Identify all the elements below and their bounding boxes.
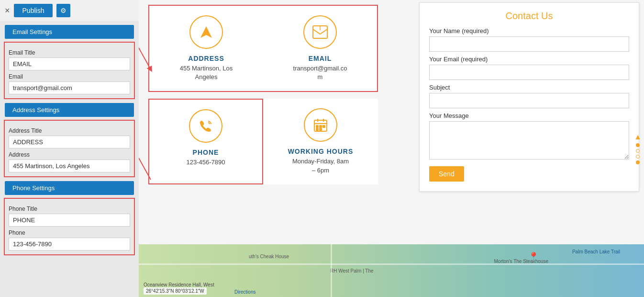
- email-field-label: Your Email (required): [429, 56, 629, 63]
- working-hours-card: WORKING HOURS Monday-Friday, 8am– 6pm: [263, 99, 378, 184]
- email-input[interactable]: [9, 81, 130, 94]
- scroll-dot-2: [636, 149, 640, 153]
- row2-cards: PHONE 123-456-7890: [148, 99, 378, 184]
- address-card-value: 455 Martinson, LosAngeles: [180, 64, 233, 81]
- scroll-up-icon[interactable]: ▲: [634, 133, 642, 141]
- contact-form-panel: Contact Us Your Name (required) Your Ema…: [419, 2, 639, 192]
- working-hours-card-value: Monday-Friday, 8am– 6pm: [292, 157, 349, 174]
- scroll-dot-3: [636, 155, 640, 159]
- subject-input[interactable]: [429, 93, 629, 108]
- email-input[interactable]: [429, 65, 629, 80]
- directions-link[interactable]: Directions: [234, 289, 255, 295]
- address-card-title: ADDRESS: [188, 55, 224, 62]
- scroll-dot-4: [636, 160, 640, 164]
- nearby1: uth's Cheak House: [249, 254, 289, 259]
- phone-settings-section: Phone Title Phone: [4, 198, 135, 255]
- email-card: EMAIL transport@gmail.com: [263, 6, 377, 91]
- scroll-indicators: ▲: [634, 133, 642, 164]
- send-button[interactable]: Send: [429, 166, 464, 182]
- address-card: ADDRESS 455 Martinson, LosAngeles: [149, 6, 263, 91]
- email-settings-button[interactable]: Email Settings: [5, 25, 134, 39]
- map-area: 26°42'15.3"N 80°03'12.1"W Oceanview Resi…: [139, 244, 644, 297]
- name-input[interactable]: [429, 36, 629, 52]
- phone-title-input[interactable]: [9, 214, 130, 227]
- address-settings-section: Address Title Address: [4, 120, 135, 177]
- cards-area: ADDRESS 455 Martinson, LosAngeles EMAIL …: [148, 5, 378, 184]
- svg-marker-0: [200, 26, 212, 38]
- map-coords: 26°42'15.3"N 80°03'12.1"W: [146, 288, 204, 294]
- publish-button[interactable]: Publish: [14, 4, 53, 17]
- scroll-dot-1: [636, 143, 640, 147]
- svg-rect-6: [316, 126, 318, 127]
- address-title-input[interactable]: [9, 136, 130, 148]
- email-icon: [303, 15, 337, 49]
- email-title-input[interactable]: [9, 57, 130, 70]
- phone-title-label: Phone Title: [9, 206, 130, 212]
- main-content: ADDRESS 455 Martinson, LosAngeles EMAIL …: [139, 0, 644, 297]
- address-label: Address: [9, 151, 130, 158]
- name-field-label: Your Name (required): [429, 27, 629, 34]
- phone-settings-button[interactable]: Phone Settings: [5, 181, 134, 195]
- map-label: Oceanview Residence Hall, West: [144, 282, 214, 287]
- phone-card: PHONE 123-456-7890: [148, 99, 263, 184]
- subject-field-label: Subject: [429, 84, 629, 91]
- svg-rect-7: [320, 126, 322, 127]
- phone-input[interactable]: [9, 238, 130, 251]
- gear-button[interactable]: ⚙: [56, 4, 70, 17]
- email-settings-section: Email Title Email: [4, 42, 135, 99]
- svg-rect-8: [323, 126, 325, 127]
- row1-cards: ADDRESS 455 Martinson, LosAngeles EMAIL …: [148, 5, 378, 92]
- address-title-label: Address Title: [9, 127, 130, 134]
- phone-card-title: PHONE: [193, 148, 219, 156]
- address-settings-button[interactable]: Address Settings: [5, 103, 134, 117]
- nearby2: RH West Palm | The: [330, 268, 374, 274]
- email-card-title: EMAIL: [309, 55, 332, 62]
- email-label: Email: [9, 73, 130, 80]
- close-button[interactable]: ×: [5, 6, 10, 16]
- email-card-value: transport@gmail.com: [293, 64, 347, 81]
- working-hours-card-title: WORKING HOURS: [288, 148, 354, 155]
- contact-form-title: Contact Us: [429, 11, 629, 22]
- location-icon: [189, 15, 223, 49]
- message-field-label: Your Message: [429, 112, 629, 119]
- message-textarea[interactable]: [429, 121, 629, 160]
- phone-icon: [189, 109, 222, 143]
- phone-card-value: 123-456-7890: [187, 158, 225, 167]
- email-title-label: Email Title: [9, 49, 130, 56]
- svg-rect-9: [316, 128, 318, 130]
- area-label: Palm Beach Lake Trail: [572, 249, 620, 254]
- sidebar: × Publish ⚙ Email Settings Email Title E…: [0, 0, 139, 297]
- top-bar: × Publish ⚙: [0, 0, 139, 21]
- phone-label: Phone: [9, 229, 130, 236]
- svg-rect-10: [320, 128, 322, 130]
- address-input[interactable]: [9, 160, 130, 172]
- calendar-icon: [304, 108, 337, 142]
